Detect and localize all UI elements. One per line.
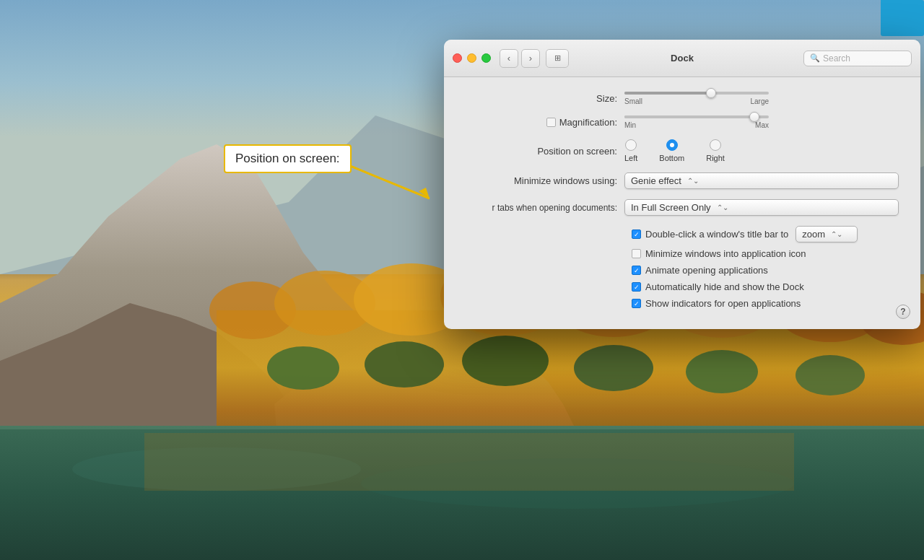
magnification-slider-thumb[interactable]	[749, 112, 759, 122]
show-indicators-row: ✓ Show indicators for open applications	[632, 298, 899, 309]
grid-button[interactable]: ⊞	[546, 49, 569, 68]
auto-hide-row: ✓ Automatically hide and show the Dock	[632, 281, 899, 292]
svg-point-16	[462, 336, 549, 386]
magnification-min-label: Min	[624, 121, 636, 129]
size-slider-container: Small Large	[624, 92, 899, 105]
prefer-tabs-label: r tabs when opening documents:	[466, 203, 624, 213]
prefer-tabs-row: r tabs when opening documents: In Full S…	[466, 199, 899, 216]
size-slider-track[interactable]	[624, 92, 769, 95]
search-icon: 🔍	[810, 53, 820, 63]
double-click-label: Double-click a window's title bar to	[645, 229, 788, 240]
callout-label: Position on screen:	[235, 152, 340, 165]
blue-folder-icon[interactable]	[881, 0, 924, 36]
show-indicators-checkbox[interactable]: ✓	[632, 299, 641, 308]
minimize-select[interactable]: Genie effect ⌃⌄	[624, 172, 899, 189]
dropdown-arrow-icon: ⌃⌄	[687, 177, 699, 185]
position-left-radio[interactable]	[625, 139, 637, 151]
position-row: Position on screen: Left Bottom Right	[466, 139, 899, 162]
checkboxes-section: ✓ Double-click a window's title bar to z…	[466, 226, 899, 309]
animate-label: Animate opening applications	[645, 265, 768, 276]
animate-row: ✓ Animate opening applications	[632, 265, 899, 276]
position-bottom-option: Bottom	[659, 139, 684, 162]
auto-hide-checkbox[interactable]: ✓	[632, 282, 641, 292]
minimize-icon-checkbox[interactable]	[632, 249, 641, 258]
minimize-row: Minimize windows using: Genie effect ⌃⌄	[466, 172, 899, 189]
minimize-value: Genie effect	[631, 175, 681, 186]
close-button[interactable]	[453, 53, 462, 63]
nav-buttons: ‹ › ⊞	[500, 49, 569, 68]
double-click-value: zoom	[802, 229, 825, 240]
position-control: Left Bottom Right	[624, 139, 899, 162]
traffic-lights	[453, 53, 491, 63]
settings-content: Size: Small Large Magnification:	[444, 77, 920, 329]
size-min-label: Small	[624, 97, 642, 105]
show-indicators-label: Show indicators for open applications	[645, 298, 801, 309]
magnification-slider-track[interactable]	[624, 115, 769, 118]
prefer-tabs-value: In Full Screen Only	[631, 202, 711, 213]
minimize-icon-label: Minimize windows into application icon	[645, 248, 806, 259]
animate-checkbox[interactable]: ✓	[632, 266, 641, 275]
callout-box: Position on screen:	[224, 144, 352, 173]
minimize-control: Genie effect ⌃⌄	[624, 172, 899, 189]
position-right-label: Right	[706, 154, 725, 162]
chevron-right-icon: ›	[529, 53, 532, 64]
svg-point-15	[365, 341, 444, 388]
svg-rect-21	[0, 426, 924, 429]
size-label: Size:	[466, 93, 624, 104]
grid-icon: ⊞	[554, 53, 561, 63]
minimize-label: Minimize windows using:	[466, 175, 624, 186]
size-slider-thumb[interactable]	[706, 88, 716, 98]
forward-button[interactable]: ›	[521, 49, 540, 68]
minimize-icon-row: Minimize windows into application icon	[632, 248, 899, 259]
magnification-label: Magnification:	[559, 117, 617, 128]
double-click-row: ✓ Double-click a window's title bar to z…	[632, 226, 899, 242]
minimize-button[interactable]	[467, 53, 476, 63]
svg-point-19	[796, 355, 865, 395]
magnification-max-label: Max	[755, 121, 769, 129]
size-control: Small Large	[624, 92, 899, 105]
window-title: Dock	[671, 53, 694, 64]
magnification-control: Min Max	[624, 115, 899, 129]
prefer-tabs-control: In Full Screen Only ⌃⌄	[624, 199, 899, 216]
callout-container: Position on screen:	[224, 144, 352, 173]
double-click-checkbox[interactable]: ✓	[632, 229, 641, 239]
size-row: Size: Small Large	[466, 92, 899, 105]
svg-rect-24	[144, 433, 794, 491]
search-placeholder: Search	[823, 53, 850, 64]
position-left-option: Left	[624, 139, 637, 162]
size-slider-labels: Small Large	[624, 97, 769, 105]
position-label: Position on screen:	[466, 146, 624, 157]
magnification-slider-container: Min Max	[624, 115, 899, 129]
position-left-label: Left	[624, 154, 637, 162]
prefer-tabs-dropdown-arrow-icon: ⌃⌄	[717, 204, 728, 211]
magnification-slider-labels: Min Max	[624, 121, 769, 129]
prefer-tabs-select[interactable]: In Full Screen Only ⌃⌄	[624, 199, 899, 216]
back-button[interactable]: ‹	[500, 49, 518, 68]
size-max-label: Large	[750, 97, 769, 105]
svg-point-14	[267, 346, 339, 390]
position-right-option: Right	[706, 139, 725, 162]
double-click-arrow-icon: ⌃⌄	[831, 230, 842, 238]
preferences-window: ‹ › ⊞ Dock 🔍 Search Size:	[444, 40, 920, 329]
auto-hide-label: Automatically hide and show the Dock	[645, 281, 804, 292]
chevron-left-icon: ‹	[507, 53, 510, 64]
magnification-checkbox[interactable]	[546, 118, 556, 127]
double-click-select[interactable]: zoom ⌃⌄	[796, 226, 858, 242]
position-bottom-label: Bottom	[659, 154, 684, 162]
search-box[interactable]: 🔍 Search	[803, 51, 912, 66]
svg-point-17	[574, 345, 653, 391]
position-bottom-radio[interactable]	[666, 139, 678, 151]
position-radio-group: Left Bottom Right	[624, 139, 899, 162]
magnification-row: Magnification: Min Max	[466, 115, 899, 129]
maximize-button[interactable]	[481, 53, 491, 63]
magnification-checkbox-label: Magnification:	[466, 117, 624, 128]
position-right-radio[interactable]	[710, 139, 721, 151]
svg-point-18	[686, 350, 758, 393]
help-button[interactable]: ?	[896, 305, 910, 319]
titlebar: ‹ › ⊞ Dock 🔍 Search	[444, 40, 920, 77]
